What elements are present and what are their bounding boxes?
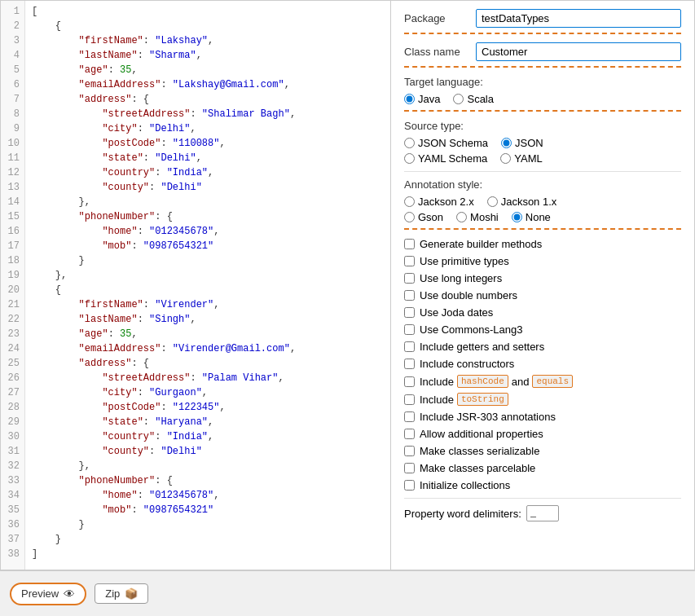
preview-button[interactable]: Preview 👁 — [10, 583, 86, 605]
line-number: 7 — [6, 92, 20, 107]
cb-commons-label[interactable]: Use Commons-Lang3 — [420, 323, 522, 336]
package-input[interactable] — [476, 9, 681, 28]
radio-jackson1[interactable]: Jackson 1.x — [487, 196, 557, 208]
cb-init-collections-input[interactable] — [404, 480, 415, 491]
code-line: "mob": "0987654321" — [32, 503, 384, 517]
line-number: 34 — [6, 488, 20, 503]
cb-primitive-label[interactable]: Use primitive types — [420, 255, 509, 267]
cb-hashcode-input[interactable] — [404, 376, 415, 387]
cb-constructors-input[interactable] — [404, 359, 415, 369]
code-line: "address": { — [32, 356, 384, 371]
radio-yaml-schema[interactable]: YAML Schema — [404, 152, 487, 165]
code-line: "emailAddress": "Virender@Gmail.com", — [32, 341, 384, 356]
source-type-label: Source type: — [404, 120, 681, 132]
line-number: 16 — [6, 224, 20, 239]
line-number: 27 — [6, 385, 20, 400]
line-number: 38 — [6, 547, 20, 561]
radio-moshi[interactable]: Moshi — [456, 211, 499, 223]
line-number: 31 — [6, 444, 20, 459]
line-number: 35 — [6, 503, 20, 517]
target-language-label: Target language: — [404, 76, 681, 88]
cb-getset-label[interactable]: Include getters and setters — [420, 341, 544, 353]
cb-long-int-input[interactable] — [404, 273, 415, 284]
classname-row: Class name — [404, 42, 681, 61]
cb-builder: Generate builder methods — [404, 238, 681, 250]
cb-jsr303-label[interactable]: Include JSR-303 annotations — [420, 411, 556, 423]
code-line: "country": "India", — [32, 429, 384, 444]
cb-long-int-label[interactable]: Use long integers — [420, 272, 502, 284]
code-line: [ — [32, 4, 384, 19]
radio-java-label: Java — [418, 93, 440, 105]
cb-double-input[interactable] — [404, 290, 415, 301]
equals-badge: equals — [532, 375, 573, 388]
radio-jackson1-label: Jackson 1.x — [501, 196, 557, 208]
radio-gson[interactable]: Gson — [404, 211, 443, 223]
code-content[interactable]: [ { "firstName": "Lakshay", "lastName": … — [25, 1, 390, 570]
radio-scala-label: Scala — [467, 93, 494, 105]
cb-joda: Use Joda dates — [404, 306, 681, 319]
radio-yaml[interactable]: YAML — [500, 152, 542, 165]
code-line: "phoneNumber": { — [32, 209, 384, 224]
code-line: "age": 35, — [32, 327, 384, 341]
line-number: 3 — [6, 33, 20, 48]
radio-json[interactable]: JSON — [501, 137, 543, 149]
cb-additional-label[interactable]: Allow additional properties — [420, 428, 543, 440]
cb-joda-input[interactable] — [404, 307, 415, 318]
cb-getset-input[interactable] — [404, 341, 415, 352]
cb-getset: Include getters and setters — [404, 341, 681, 353]
cb-hashcode-label[interactable]: Include hashCode and equals — [420, 375, 573, 388]
cb-constructors-label[interactable]: Include constructors — [420, 358, 514, 370]
line-number: 2 — [6, 19, 20, 33]
classname-underline — [404, 64, 681, 68]
code-line: ] — [32, 547, 384, 561]
cb-commons-input[interactable] — [404, 324, 415, 335]
cb-parcelable-label[interactable]: Make classes parcelable — [420, 462, 535, 474]
radio-none[interactable]: None — [512, 211, 551, 223]
cb-primitive: Use primitive types — [404, 255, 681, 267]
line-number: 13 — [6, 180, 20, 195]
property-word-delimiters-input[interactable] — [526, 505, 559, 521]
include-text2: Include — [420, 394, 454, 406]
cb-joda-label[interactable]: Use Joda dates — [420, 306, 493, 319]
cb-serializable: Make classes serializable — [404, 445, 681, 457]
cb-double-label[interactable]: Use double numbers — [420, 289, 517, 301]
classname-input[interactable] — [476, 42, 681, 61]
code-line: "firstName": "Virender", — [32, 297, 384, 312]
cb-serializable-label[interactable]: Make classes serializable — [420, 445, 539, 457]
cb-serializable-input[interactable] — [404, 446, 415, 456]
cb-additional: Allow additional properties — [404, 428, 681, 440]
line-number: 24 — [6, 341, 20, 356]
line-number: 37 — [6, 532, 20, 547]
cb-primitive-input[interactable] — [404, 256, 415, 266]
cb-builder-input[interactable] — [404, 239, 415, 249]
target-language-group: Java Scala — [404, 93, 681, 105]
code-line: "emailAddress": "Lakshay@Gmail.com", — [32, 77, 384, 92]
cb-additional-input[interactable] — [404, 429, 415, 439]
line-number: 23 — [6, 327, 20, 341]
radio-java[interactable]: Java — [404, 93, 440, 105]
radio-scala[interactable]: Scala — [453, 93, 494, 105]
property-word-delimiters-row: Property word delimiters: — [404, 505, 681, 521]
cb-init-collections-label[interactable]: Initialize collections — [420, 479, 510, 491]
line-number: 22 — [6, 312, 20, 327]
cb-init-collections: Initialize collections — [404, 479, 681, 491]
line-number: 18 — [6, 253, 20, 268]
json-editor-panel: 1234567891011121314151617181920212223242… — [0, 0, 391, 570]
radio-jackson2[interactable]: Jackson 2.x — [404, 196, 474, 208]
cb-builder-label[interactable]: Generate builder methods — [420, 238, 542, 250]
line-number: 26 — [6, 371, 20, 385]
settings-panel: Package Class name Target language: Java… — [391, 0, 695, 570]
zip-button[interactable]: Zip 📦 — [95, 583, 148, 604]
target-lang-underline — [404, 108, 681, 112]
package-row: Package — [404, 9, 681, 28]
cb-jsr303-input[interactable] — [404, 411, 415, 422]
cb-tostring-label[interactable]: Include toString — [420, 393, 508, 406]
cb-double: Use double numbers — [404, 289, 681, 301]
radio-gson-label: Gson — [418, 211, 443, 223]
cb-parcelable-input[interactable] — [404, 463, 415, 473]
code-line: } — [32, 253, 384, 268]
radio-json-schema[interactable]: JSON Schema — [404, 137, 488, 149]
cb-tostring-input[interactable] — [404, 394, 415, 405]
radio-json-schema-label: JSON Schema — [418, 137, 488, 149]
annotation-group-row2: Gson Moshi None — [404, 211, 681, 223]
